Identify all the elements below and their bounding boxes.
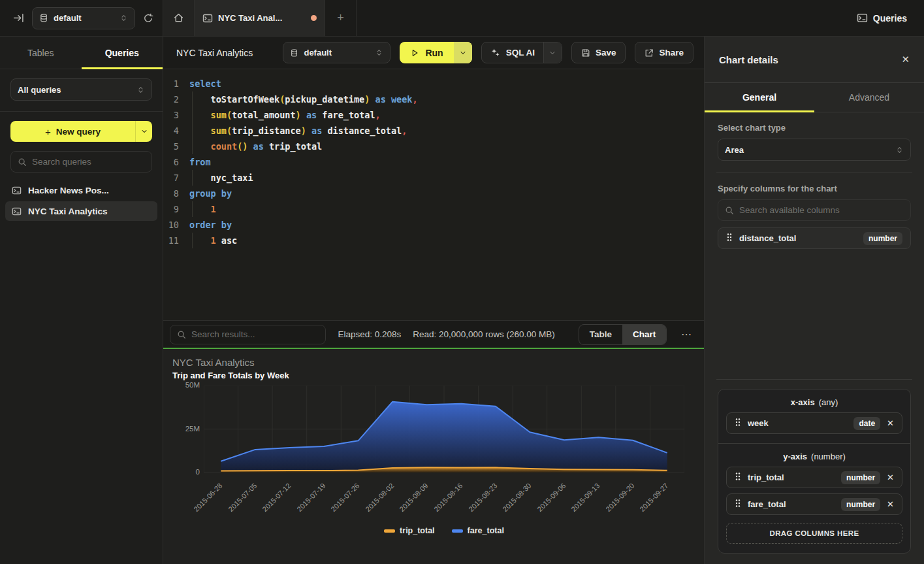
topbar-database-select[interactable]: default xyxy=(32,7,135,29)
column-type-badge: number xyxy=(841,471,880,484)
view-chart-button[interactable]: Chart xyxy=(622,325,666,344)
line-number: 3 xyxy=(163,107,189,123)
query-filter-select[interactable]: All queries xyxy=(10,78,152,101)
query-filter-value: All queries xyxy=(18,85,61,95)
y-tick-label: 0 xyxy=(196,468,200,476)
sidebar-tabs: Tables Queries xyxy=(0,37,163,69)
run-options-dropdown[interactable] xyxy=(454,42,472,63)
refresh-icon[interactable] xyxy=(143,13,153,24)
chart-plot[interactable]: 025M50M xyxy=(204,386,684,473)
tab-tables[interactable]: Tables xyxy=(0,37,82,69)
sql-ai-dropdown[interactable] xyxy=(543,42,562,63)
x-tick-label: 2015-07-26 xyxy=(330,482,361,513)
y-axis-label: y-axis xyxy=(783,452,807,461)
code-line: 10order by xyxy=(163,217,704,233)
y-axis-column-trip-total[interactable]: trip_total number ✕ xyxy=(726,467,902,488)
line-number: 1 xyxy=(163,76,189,91)
query-filter-section: All queries xyxy=(0,69,163,112)
save-button[interactable]: Save xyxy=(571,42,626,63)
chevron-updown-icon xyxy=(136,86,145,94)
read-stat: Read: 20,000,000 rows (260.00 MB) xyxy=(413,329,555,339)
chart-subtitle: Trip and Fare Totals by Week xyxy=(171,371,691,380)
legend-label: trip_total xyxy=(400,526,434,535)
code-line: 1select xyxy=(163,76,704,91)
x-tick-label: 2015-09-27 xyxy=(639,482,670,513)
legend-swatch xyxy=(384,529,395,533)
x-tick-label: 2015-08-09 xyxy=(398,482,430,513)
available-column-distance-total[interactable]: distance_total number xyxy=(718,227,911,249)
tab-advanced[interactable]: Advanced xyxy=(814,83,924,112)
share-button[interactable]: Share xyxy=(635,42,693,63)
queries-button[interactable]: Queries xyxy=(857,12,907,24)
topbar-right: Queries xyxy=(857,0,924,36)
chevron-updown-icon xyxy=(895,146,904,154)
chart-type-select[interactable]: Area xyxy=(718,139,911,161)
drag-grip-icon xyxy=(735,499,741,510)
panel-title: Chart details xyxy=(719,54,778,65)
queries-button-label: Queries xyxy=(873,13,907,24)
database-icon xyxy=(290,48,298,58)
sidebar: Tables Queries All queries + New query xyxy=(0,37,163,564)
app-window: default NYC Taxi Anal... xyxy=(0,0,924,564)
x-tick-label: 2015-08-30 xyxy=(501,482,532,513)
search-icon xyxy=(18,158,27,167)
query-list-item-selected[interactable]: NYC Taxi Analytics xyxy=(5,201,157,221)
save-button-label: Save xyxy=(596,48,616,58)
database-icon xyxy=(39,13,48,23)
tab-general[interactable]: General xyxy=(705,83,814,112)
remove-column-icon[interactable]: ✕ xyxy=(887,418,894,428)
line-number: 2 xyxy=(163,91,189,107)
x-axis-column-week[interactable]: week date ✕ xyxy=(726,412,902,434)
sidebar-collapse-icon[interactable] xyxy=(13,12,24,24)
sql-ai-label: SQL AI xyxy=(506,48,535,58)
drag-grip-icon xyxy=(735,418,741,429)
query-title: NYC Taxi Analytics xyxy=(176,48,253,58)
y-axis-column-fare-total[interactable]: fare_total number ✕ xyxy=(726,493,902,515)
chart-section: NYC Taxi Analytics Trip and Fare Totals … xyxy=(163,349,704,564)
remove-column-icon[interactable]: ✕ xyxy=(887,473,894,482)
unsaved-changes-dot xyxy=(311,15,317,21)
view-table-button[interactable]: Table xyxy=(579,325,622,344)
column-name: distance_total xyxy=(739,233,857,243)
line-number: 6 xyxy=(163,154,189,170)
view-toggle: Table Chart xyxy=(579,324,667,345)
search-results-input[interactable]: Search results... xyxy=(170,325,326,344)
query-list-item[interactable]: Hacker News Pos... xyxy=(5,180,157,200)
y-tick-label: 50M xyxy=(185,381,200,389)
run-database-select[interactable]: default xyxy=(283,42,390,63)
legend-item-trip_total[interactable]: trip_total xyxy=(384,526,434,535)
x-tick-label: 2015-07-19 xyxy=(295,482,327,513)
code-line: 6from xyxy=(163,154,704,170)
code-line: 2 toStartOfWeek(pickup_datetime) as week… xyxy=(163,91,704,107)
new-tab-button[interactable]: + xyxy=(325,0,357,36)
search-queries-input[interactable]: Search queries xyxy=(10,151,152,173)
chart-type-section: Select chart type Area xyxy=(705,112,924,173)
column-name: week xyxy=(748,418,847,428)
chart-type-value: Area xyxy=(725,145,744,155)
top-bar: default NYC Taxi Anal... xyxy=(0,0,924,37)
tab-label: NYC Taxi Anal... xyxy=(218,13,306,23)
search-icon xyxy=(725,206,734,215)
close-icon[interactable]: ✕ xyxy=(901,54,910,65)
run-database-value: default xyxy=(304,48,332,58)
code-line: 5 count() as trip_total xyxy=(163,139,704,154)
remove-column-icon[interactable]: ✕ xyxy=(887,499,894,509)
new-query-button[interactable]: + New query xyxy=(10,121,152,142)
tab-nyc-taxi-analytics[interactable]: NYC Taxi Anal... xyxy=(195,0,325,36)
y-tick-label: 25M xyxy=(185,425,200,433)
sql-ai-button[interactable]: SQL AI xyxy=(481,42,562,63)
x-axis-label: x-axis xyxy=(791,397,815,407)
drag-columns-dropzone[interactable]: DRAG COLUMNS HERE xyxy=(726,523,902,544)
plus-icon: + xyxy=(337,11,344,25)
tab-home[interactable] xyxy=(163,0,195,36)
new-query-dropdown[interactable] xyxy=(135,121,152,142)
legend-item-fare_total[interactable]: fare_total xyxy=(452,526,504,535)
tab-queries[interactable]: Queries xyxy=(82,37,163,69)
more-options-icon[interactable]: ⋯ xyxy=(678,328,695,340)
x-axis-hint: (any) xyxy=(819,397,838,407)
run-button[interactable]: Run xyxy=(400,42,471,63)
code-line: 11 1 asc xyxy=(163,233,704,248)
tab-strip: NYC Taxi Anal... + xyxy=(163,0,857,36)
sql-editor[interactable]: 1select2 toStartOfWeek(pickup_datetime) … xyxy=(163,69,704,320)
search-columns-input[interactable]: Search available columns xyxy=(718,199,911,221)
